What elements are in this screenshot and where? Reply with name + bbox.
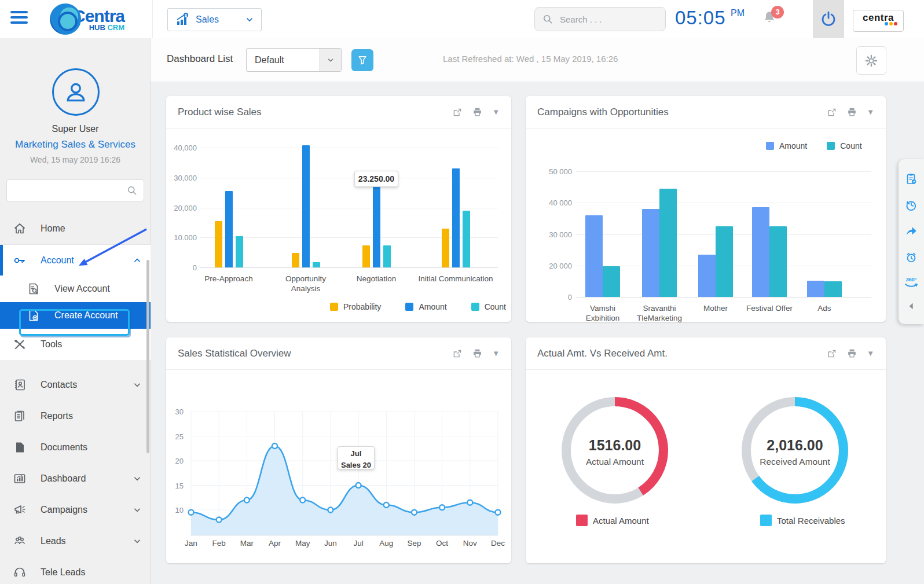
bar-amount[interactable] xyxy=(225,191,233,267)
search-input[interactable] xyxy=(559,14,654,25)
dashboard-settings-button[interactable] xyxy=(856,46,886,75)
data-point[interactable] xyxy=(217,517,222,523)
donut-actual: 1516.00Actual Amount xyxy=(560,395,670,505)
data-point[interactable] xyxy=(189,510,194,515)
card-title: Campaigns with Opportunities xyxy=(537,106,669,118)
data-point[interactable] xyxy=(244,498,250,503)
menu-toggle-icon[interactable] xyxy=(10,11,28,26)
sidebar-item-label: Campaigns xyxy=(41,505,87,515)
sidebar-item-home[interactable]: Home xyxy=(0,213,151,244)
bar-count[interactable] xyxy=(603,266,620,297)
key-icon xyxy=(13,254,27,267)
user-avatar[interactable] xyxy=(52,68,100,116)
module-selector[interactable]: $ Sales xyxy=(167,8,262,31)
data-point[interactable] xyxy=(272,443,277,449)
external-link-icon[interactable] xyxy=(452,107,463,117)
legend-label: Count xyxy=(840,141,861,150)
bar-amount[interactable] xyxy=(642,209,659,297)
sidebar-item-tools[interactable]: Tools xyxy=(0,329,151,360)
sidebar-item-dashboard[interactable]: Dashboard xyxy=(0,463,151,494)
legend-item[interactable]: Amount xyxy=(405,302,446,311)
sidebar-search[interactable] xyxy=(6,179,144,201)
bar-count[interactable] xyxy=(463,211,470,267)
sidebar-item-documents[interactable]: Documents xyxy=(0,432,151,463)
bar-count[interactable] xyxy=(824,281,842,297)
collapse-icon[interactable] xyxy=(907,302,916,311)
logout-button[interactable] xyxy=(813,0,844,38)
global-search[interactable] xyxy=(534,7,666,31)
centra-mini-logo[interactable]: centra xyxy=(853,10,904,32)
caret-down-icon[interactable]: ▼ xyxy=(492,108,500,116)
bar-amount[interactable] xyxy=(807,281,824,297)
data-point[interactable] xyxy=(412,510,417,515)
sidebar-item-account[interactable]: Account xyxy=(0,244,151,276)
history-icon[interactable] xyxy=(905,199,918,211)
bar-amount[interactable] xyxy=(452,168,460,267)
legend-item[interactable]: Count xyxy=(827,141,861,150)
share-icon[interactable] xyxy=(905,225,918,237)
sidebar-item-view-account[interactable]: View Account xyxy=(0,276,151,302)
bar-amount[interactable] xyxy=(302,145,310,267)
bar-probability[interactable] xyxy=(442,229,449,267)
print-icon[interactable] xyxy=(846,348,857,359)
bar-probability[interactable] xyxy=(215,221,222,267)
bar-count[interactable] xyxy=(383,245,391,267)
sidebar-item-reports[interactable]: Reports xyxy=(0,401,151,432)
app-logo[interactable]: Centra HUB CRM xyxy=(50,3,124,35)
data-point[interactable] xyxy=(300,498,305,503)
caret-down-icon[interactable]: ▼ xyxy=(867,349,874,358)
bar-probability[interactable] xyxy=(362,245,370,267)
data-point[interactable] xyxy=(356,483,361,488)
top-bar: Centra HUB CRM $ Sales 05:05 PM 3 xyxy=(0,0,924,38)
sidebar-search-input[interactable] xyxy=(13,186,126,196)
bar-amount[interactable] xyxy=(698,255,716,297)
donut-label: Received Amount xyxy=(740,457,850,467)
dashboard-view-selector[interactable]: Default xyxy=(246,48,342,72)
print-icon[interactable] xyxy=(472,348,483,359)
sidebar-item-label: Dashboard xyxy=(41,473,86,484)
print-icon[interactable] xyxy=(472,106,483,117)
bar-amount[interactable] xyxy=(373,182,380,267)
brand-sub-crm: CRM xyxy=(107,23,124,32)
bar-amount[interactable] xyxy=(585,215,603,297)
legend-item[interactable]: Amount xyxy=(766,141,807,150)
external-link-icon[interactable] xyxy=(827,107,837,117)
people-icon xyxy=(13,534,27,548)
axis-category-label: Mar xyxy=(233,539,261,549)
data-point[interactable] xyxy=(495,510,500,515)
bar-count[interactable] xyxy=(716,226,733,297)
external-link-icon[interactable] xyxy=(452,348,463,359)
sidebar-item-create-account[interactable]: Create Account xyxy=(0,302,151,329)
data-point[interactable] xyxy=(384,502,389,508)
bar-amount[interactable] xyxy=(752,207,769,297)
data-point[interactable] xyxy=(328,508,333,513)
caret-down-icon[interactable]: ▼ xyxy=(867,108,874,116)
bar-count[interactable] xyxy=(313,262,320,267)
sidebar-item-campaigns[interactable]: Campaigns xyxy=(0,494,151,526)
notifications-button[interactable]: 3 xyxy=(762,9,783,30)
sidebar-scrollbar[interactable] xyxy=(146,260,149,453)
bar-count[interactable] xyxy=(769,226,787,297)
filter-button[interactable] xyxy=(351,49,373,71)
sidebar-item-contacts[interactable]: Contacts xyxy=(0,369,151,401)
sidebar-item-leads[interactable]: Leads xyxy=(0,526,151,557)
legend-item[interactable]: Probability xyxy=(330,302,381,311)
caret-down-icon[interactable]: ▼ xyxy=(492,349,500,358)
bar-probability[interactable] xyxy=(292,253,299,267)
data-point[interactable] xyxy=(439,505,445,510)
bar-count[interactable] xyxy=(659,189,677,297)
legend-item[interactable]: Count xyxy=(471,302,506,311)
reminder-icon[interactable] xyxy=(905,251,918,264)
sidebar-item-tele-leads[interactable]: Tele Leads xyxy=(0,557,151,584)
360-view-icon[interactable]: 360° xyxy=(904,277,918,288)
print-icon[interactable] xyxy=(846,106,857,117)
axis-tick-label: 25 xyxy=(143,432,184,441)
tasks-icon[interactable] xyxy=(905,172,918,185)
data-point[interactable] xyxy=(467,500,472,505)
user-organization[interactable]: Marketing Sales & Services xyxy=(0,139,151,150)
external-link-icon[interactable] xyxy=(827,348,837,359)
axis-category-label: Jun xyxy=(317,539,344,549)
axis-tick-label: 10.000 xyxy=(156,233,197,242)
brand-sub-hub: HUB xyxy=(89,23,105,32)
bar-count[interactable] xyxy=(236,236,243,267)
